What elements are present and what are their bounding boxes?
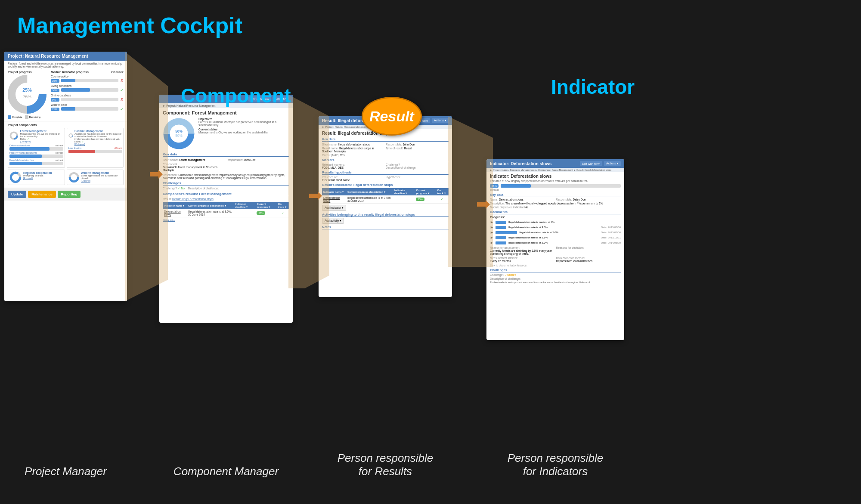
management-cockpit-title: Management Cockpit [17, 13, 242, 39]
regional-name: Regional cooperation [23, 171, 52, 174]
reporting-button[interactable]: Reporting [58, 191, 81, 198]
panel2-title: Component: Forest Management [163, 110, 289, 115]
panel2-challenges: Challenges [163, 181, 289, 186]
panel2-table-row: Deforestation slows Illegal deforestatio… [163, 209, 289, 217]
panel3-body: Result: Illegal deforestation stops Key … [319, 129, 452, 232]
svg-text:50%: 50% [175, 134, 183, 138]
svg-marker-3 [150, 170, 163, 179]
panel2-result-link[interactable]: Result: Illegal deforestation stops [172, 198, 214, 201]
panel1-description: Pasture, forest and wildlife resources a… [4, 61, 127, 69]
panel2-body: Component: Forest Management 50% 50% Obj… [159, 108, 293, 223]
forest-name: Forest Management [20, 130, 63, 133]
panel4-progress-bar-row: 25% [490, 184, 621, 188]
maintenance-button[interactable]: Maintenance [28, 191, 56, 198]
indicator-section-title: Indicator [551, 75, 635, 99]
panel4-edit-btn[interactable]: Edit with form [580, 161, 602, 166]
role-indicators-person: Person responsiblefor Indicators [486, 451, 624, 478]
indicator-online-db: Online database [51, 94, 124, 97]
project-manager-panel: Project: Natural Resource Management Pas… [4, 52, 127, 301]
svg-marker-5 [477, 200, 490, 209]
components-label: Project components [4, 122, 127, 128]
regional-cooperation-component: Regional cooperation everything on track… [8, 170, 65, 185]
panel3-actions-btn[interactable]: Actions ▾ [432, 118, 449, 123]
panel4-progress-list: ► Illegal deforestation rate is content … [490, 220, 621, 245]
svg-text:50%: 50% [175, 130, 183, 133]
result-badge: Result [362, 97, 422, 136]
wildlife-pie [68, 171, 79, 183]
panel2-key-data: Key data [163, 152, 289, 157]
forest-management-component: Forest Management Management is Ok, we a… [8, 128, 65, 168]
panel2-results-label: Component's results: Forest Management [163, 192, 289, 196]
panel3-table-row: Deforestation slows Illegal deforestatio… [322, 195, 449, 204]
results-panel: Result: Illegal deforestation stops Edit… [319, 116, 452, 297]
indicators-panel: Indicator: Deforestation slows Edit with… [486, 159, 624, 340]
forest-collapse-link[interactable]: [Collapse] [20, 140, 30, 143]
wildlife-management-component: Wildlife Management Some approaches are … [67, 170, 124, 185]
update-button[interactable]: Update [8, 191, 26, 198]
regional-expand-link[interactable]: [Expand] [23, 177, 33, 179]
component-section-title: Component [181, 84, 291, 107]
wildlife-desc: Some approaches are successfully piloted… [81, 174, 122, 179]
forest-desc: Management is Ok, we are working on the … [20, 133, 63, 138]
indicator-country-policy: Country policy [51, 75, 124, 78]
pasture-name: Pasture Management [74, 130, 122, 133]
pie-legend: Complete Remaining [8, 115, 46, 119]
panel3-table: Indicator name ▾ Current progress descri… [322, 188, 449, 204]
pasture-pie [68, 130, 73, 142]
pasture-desc: Awareness has been created for the issue… [74, 133, 122, 140]
panel2-indicators-table: Indicator name ▾ Current progress descri… [163, 202, 289, 217]
svg-text:75%: 75% [23, 94, 31, 99]
panel4-body: Indicator: Deforestation slows The area … [486, 172, 624, 285]
wildlife-expand-link[interactable]: [Expand] [81, 179, 90, 182]
svg-text:25%: 25% [22, 87, 32, 93]
progress-pie-chart: 25% 75% [8, 75, 46, 114]
panel4-assessment-grid: Reason for assessment:Currently forests … [490, 246, 621, 267]
panel4-header: Indicator: Deforestation slows Edit with… [486, 159, 624, 168]
panel4-challenge-desc-text: Timber trade is an important source of i… [490, 281, 621, 284]
panel4-breadcrumb: ► Project: Natural Resource Management ►… [486, 168, 624, 172]
project-progress-label: Project progress [8, 71, 46, 74]
role-project-manager: Project Manager [4, 465, 127, 478]
pasture-management-component: Pasture Management Awareness has been cr… [67, 128, 124, 168]
panel1-buttons: Update Maintenance Reporting [4, 188, 127, 201]
wildlife-name: Wildlife Management [81, 171, 122, 174]
indicator-living: Living conditions [51, 84, 124, 87]
svg-marker-4 [309, 192, 322, 200]
regional-pie [9, 171, 22, 183]
pasture-collapse-link[interactable]: [Collapse] [74, 143, 85, 145]
panel4-actions-btn[interactable]: Actions ▾ [604, 161, 621, 166]
role-results-person: Person responsiblefor Results [319, 451, 452, 478]
role-component-manager: Component Manager [159, 465, 293, 478]
panel1-header: Project: Natural Resource Management [4, 52, 127, 61]
svg-marker-2 [448, 116, 493, 267]
indicator-wildlife: Wildlife plans [51, 103, 124, 106]
component-manager-panel: Edit with form Actions ▾ ► Project: Natu… [159, 95, 293, 323]
forest-pie [9, 130, 18, 142]
